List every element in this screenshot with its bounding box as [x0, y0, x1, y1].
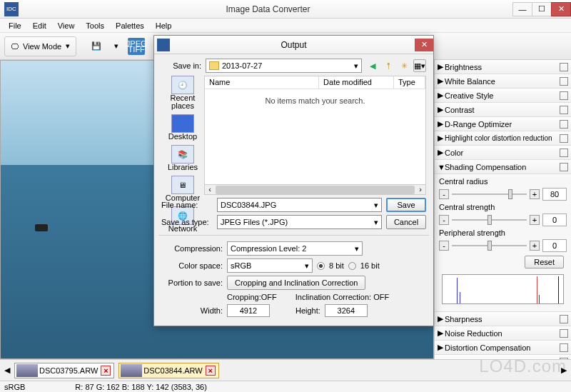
thumbnail-1[interactable]: DSC03795.ARW × [14, 363, 114, 378]
menu-view[interactable]: View [52, 20, 81, 31]
crop-inclination-button[interactable]: Cropping and Inclination Correction [227, 276, 365, 290]
monitor-icon: 🖵 [11, 42, 19, 51]
radio-8bit-label: 8 bit [329, 261, 344, 270]
link-icon[interactable] [560, 163, 568, 171]
peripheral-strength-value[interactable]: 0 [542, 239, 567, 252]
back-icon[interactable]: ◀ [366, 59, 379, 72]
plus-button[interactable]: + [530, 189, 540, 199]
menu-edit[interactable]: Edit [27, 20, 52, 31]
acc-drange[interactable]: ▶D-Range Optimizer [435, 117, 571, 131]
link-icon[interactable] [560, 315, 568, 323]
app-icon: IDC [4, 2, 19, 16]
central-radius-value[interactable]: 80 [542, 188, 567, 201]
link-icon[interactable] [560, 91, 568, 100]
plus-button[interactable]: + [530, 215, 540, 225]
menu-file[interactable]: File [3, 20, 27, 31]
central-strength-value[interactable]: 0 [542, 213, 567, 226]
inclination-status: Inclination Correction: OFF [295, 293, 389, 301]
menu-bar: File Edit View Tools Palettes Help [0, 19, 571, 33]
thumb-filename: DSC03795.ARW [39, 366, 98, 375]
save-as-type-combo[interactable]: JPEG Files (*.JPG)▾ [217, 215, 382, 229]
minus-button[interactable]: - [439, 189, 449, 199]
place-recent[interactable]: 🕘Recent places [161, 76, 204, 110]
places-bar: 🕘Recent places Desktop 📚Libraries 🖥Compu… [161, 76, 204, 195]
acc-highlight[interactable]: ▶Highlight color distortion reduction [435, 131, 571, 146]
acc-tone-curve[interactable]: ▶Tone Curve [435, 355, 571, 359]
jpeg-tiff-button[interactable]: JPEGTIFF [128, 38, 145, 55]
prev-thumb-icon[interactable]: ◀ [4, 366, 10, 375]
thumbnail-2[interactable]: DSC03844.ARW × [118, 363, 218, 378]
menu-tools[interactable]: Tools [80, 20, 110, 31]
radio-16bit[interactable] [348, 262, 356, 270]
compression-combo[interactable]: Compression Level: 2▾ [227, 241, 363, 256]
file-list[interactable]: Name Date modified Type No items match y… [204, 76, 426, 195]
radio-16bit-label: 16 bit [360, 261, 380, 270]
link-icon[interactable] [560, 134, 568, 143]
maximize-button[interactable]: ☐ [532, 2, 552, 16]
place-desktop[interactable]: Desktop [168, 114, 197, 141]
link-icon[interactable] [560, 106, 568, 114]
acc-contrast[interactable]: ▶Contrast [435, 103, 571, 117]
link-icon[interactable] [560, 63, 568, 71]
portion-label: Portion to save: [161, 278, 223, 287]
radio-8bit[interactable] [317, 262, 325, 270]
link-icon[interactable] [560, 77, 568, 86]
acc-color[interactable]: ▶Color [435, 146, 571, 160]
acc-sharpness[interactable]: ▶Sharpness [435, 312, 571, 326]
minimize-button[interactable]: — [512, 2, 532, 16]
file-list-header: Name Date modified Type [205, 76, 425, 89]
chevron-down-icon: ▾ [374, 201, 378, 210]
save-in-value: 2013-07-27 [222, 61, 262, 70]
height-input[interactable]: 3264 [325, 304, 368, 317]
col-name[interactable]: Name [205, 76, 319, 89]
central-strength-slider[interactable] [452, 219, 527, 221]
file-name-input[interactable]: DSC03844.JPG▾ [217, 198, 382, 212]
save-in-combo[interactable]: 2013-07-27 ▾ [206, 59, 362, 73]
menu-palettes[interactable]: Palettes [110, 20, 150, 31]
link-icon[interactable] [560, 343, 568, 352]
place-libraries[interactable]: 📚Libraries [168, 145, 198, 171]
reset-button[interactable]: Reset [525, 256, 564, 268]
dialog-close-button[interactable]: ✕ [415, 39, 433, 51]
central-radius-slider[interactable] [452, 194, 527, 195]
new-folder-icon[interactable]: ✳ [398, 59, 410, 72]
acc-shading[interactable]: ▼Shading Compensation [435, 160, 571, 174]
status-colorspace: sRGB [4, 383, 25, 391]
place-computer[interactable]: 🖥Computer [166, 176, 200, 202]
save-button[interactable]: Save [386, 198, 426, 212]
dialog-title-bar: Output ✕ [154, 36, 433, 54]
plus-button[interactable]: + [530, 241, 540, 251]
close-thumb-icon[interactable]: × [101, 366, 111, 376]
next-thumb-icon[interactable]: ▶ [561, 366, 567, 375]
link-icon[interactable] [560, 358, 568, 360]
save-dropdown-icon[interactable]: ▾ [108, 38, 125, 55]
minus-button[interactable]: - [439, 215, 449, 225]
view-menu-icon[interactable]: ▦▾ [413, 59, 426, 72]
up-folder-icon[interactable]: ⭱ [382, 59, 395, 72]
acc-creative-style[interactable]: ▶Creative Style [435, 89, 571, 103]
acc-brightness[interactable]: ▶Brightness [435, 60, 571, 74]
status-bar: sRGB R: 87 G: 162 B: 188 Y: 142 (3583, 3… [0, 381, 571, 392]
thumb-image [121, 364, 142, 377]
save-icon[interactable]: 💾 [88, 38, 105, 55]
link-icon[interactable] [560, 329, 568, 338]
col-date[interactable]: Date modified [319, 76, 394, 89]
view-mode-button[interactable]: 🖵 View Mode ▾ [4, 36, 76, 56]
cancel-button[interactable]: Cancel [386, 215, 426, 229]
horizontal-scrollbar[interactable]: ‹ › [205, 184, 425, 194]
width-input[interactable]: 4912 [227, 304, 270, 317]
link-icon[interactable] [560, 120, 568, 129]
acc-distortion[interactable]: ▶Distortion Compensation [435, 341, 571, 355]
acc-noise[interactable]: ▶Noise Reduction [435, 326, 571, 341]
minus-button[interactable]: - [439, 241, 449, 251]
close-button[interactable]: ✕ [551, 2, 571, 16]
link-icon[interactable] [560, 149, 568, 157]
colorspace-combo[interactable]: sRGB▾ [227, 258, 313, 273]
status-readout: R: 87 G: 162 B: 188 Y: 142 (3583, 36) [75, 383, 206, 391]
acc-white-balance[interactable]: ▶White Balance [435, 74, 571, 89]
menu-help[interactable]: Help [150, 20, 178, 31]
col-type[interactable]: Type [394, 76, 425, 89]
peripheral-strength-slider[interactable] [452, 245, 527, 246]
close-thumb-icon[interactable]: × [206, 366, 216, 376]
folder-icon [209, 61, 219, 70]
